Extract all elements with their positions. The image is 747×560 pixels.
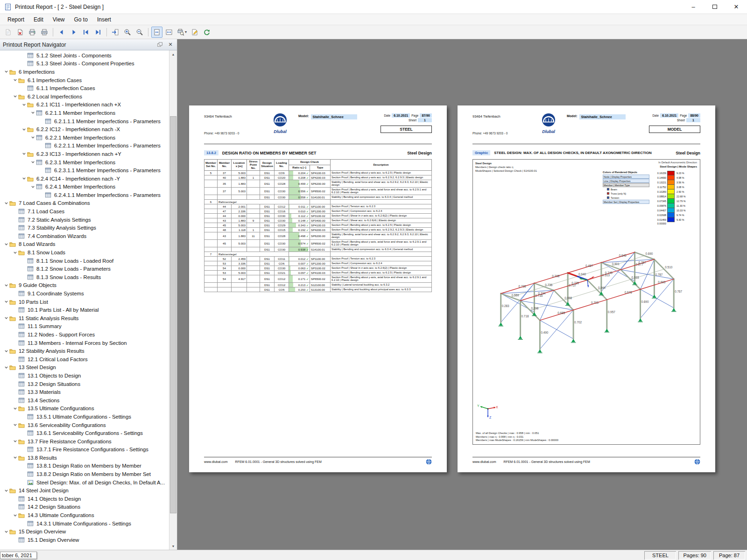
tree-item[interactable]: 5.1.3 Steel Joints - Component Propertie…: [0, 60, 169, 68]
refresh-report-button[interactable]: [201, 27, 212, 38]
tree-item[interactable]: 15.1 Design Overview: [0, 536, 169, 544]
tree-expand-chevron-icon[interactable]: [29, 185, 36, 189]
tree-expand-chevron-icon[interactable]: [3, 365, 9, 370]
tree-item[interactable]: 7 Load Cases & Combinations: [0, 199, 169, 208]
tree-item[interactable]: 8.1.2 Snow Loads - Parameters: [0, 265, 169, 273]
tree-item[interactable]: 7.2 Static Analysis Settings: [0, 216, 169, 224]
tree-expand-chevron-icon[interactable]: [3, 283, 9, 287]
float-panel-icon[interactable]: [156, 41, 163, 49]
tree-item[interactable]: 6.1 Imperfection Cases: [0, 76, 169, 84]
tree-expand-chevron-icon[interactable]: [21, 176, 27, 181]
tree-item[interactable]: 11.1 Summary: [0, 322, 169, 331]
tree-item[interactable]: 13.8.2 Design Ratio on Members by Member…: [0, 470, 169, 478]
print-preview-button[interactable]: ▾: [176, 27, 188, 38]
tree-item[interactable]: 6.2.1.1 Member Imperfections: [0, 109, 169, 117]
tree-expand-chevron-icon[interactable]: [3, 300, 9, 304]
fit-width-button[interactable]: [163, 27, 175, 38]
menu-report[interactable]: Report: [3, 15, 29, 24]
tree-item[interactable]: 13.7 Fire Resistance Configurations: [0, 437, 169, 446]
menu-go-to[interactable]: Go to: [70, 15, 92, 24]
tree-item[interactable]: 13.5 Ultimate Configurations: [0, 405, 169, 413]
tree-item[interactable]: 6.2.4.1.1 Member Imperfections - Paramet…: [0, 191, 169, 199]
tree-expand-chevron-icon[interactable]: [12, 406, 18, 411]
tree-item[interactable]: 13.6.1 Serviceability Configurations - S…: [0, 429, 169, 437]
tree-item[interactable]: 14.3.1 Ultimate Configurations - Setting…: [0, 519, 169, 528]
tree-expand-chevron-icon[interactable]: [29, 111, 36, 115]
tree-expand-chevron-icon[interactable]: [3, 70, 9, 74]
tree-expand-chevron-icon[interactable]: [12, 439, 18, 443]
tree-item[interactable]: 5.1.2 Steel Joints - Components: [0, 51, 169, 60]
tree-item[interactable]: 12 Stability Analysis Results: [0, 347, 169, 355]
tree-item[interactable]: 11.3 Members - Internal Forces by Sectio…: [0, 339, 169, 347]
tree-item[interactable]: 6.2.1.1.1 Member Imperfections - Paramet…: [0, 117, 169, 126]
tree-item[interactable]: 6.2.4 IC14 - Imperfektionen nach -Y: [0, 175, 169, 183]
tree-item[interactable]: 14.3 Ultimate Configurations: [0, 511, 169, 519]
tree-expand-chevron-icon[interactable]: [12, 251, 18, 255]
zoom-in-button[interactable]: [122, 27, 133, 38]
tree-item[interactable]: 13.5.1 Ultimate Configurations - Setting…: [0, 413, 169, 421]
delete-report-button[interactable]: [14, 27, 26, 38]
go-to-page-button[interactable]: [110, 27, 121, 38]
scroll-down-arrow[interactable]: ▼: [169, 542, 177, 550]
menu-insert[interactable]: Insert: [92, 15, 116, 24]
tree-expand-chevron-icon[interactable]: [3, 316, 9, 320]
tree-item[interactable]: 6 Imperfections: [0, 68, 169, 76]
tree-expand-chevron-icon[interactable]: [29, 160, 36, 164]
tree-expand-chevron-icon[interactable]: [12, 455, 18, 460]
tree-item[interactable]: 7.4 Combination Wizards: [0, 232, 169, 240]
tree-item[interactable]: 14.1 Objects to Design: [0, 495, 169, 503]
tree-item[interactable]: 9.1 Coordinate Systems: [0, 289, 169, 298]
tree-item[interactable]: 11.2 Nodes - Support Forces: [0, 330, 169, 339]
tree-item[interactable]: 8.1.3 Snow Loads - Results: [0, 273, 169, 281]
tree-expand-chevron-icon[interactable]: [3, 530, 9, 534]
print-button[interactable]: [27, 27, 38, 38]
tree-expand-chevron-icon[interactable]: [12, 94, 18, 98]
tree-item[interactable]: 13 Steel Design: [0, 364, 169, 372]
navigator-scrollbar[interactable]: ▲ ▼: [169, 50, 177, 550]
print-current-page-button[interactable]: [39, 27, 50, 38]
tree-item[interactable]: 8.1 Snow Loads: [0, 248, 169, 257]
scrollbar-track[interactable]: [169, 58, 177, 542]
tree-item[interactable]: 6.2.1 IC11 - Imperfektionen nach +X: [0, 101, 169, 109]
tree-expand-chevron-icon[interactable]: [21, 103, 27, 107]
tree-expand-chevron-icon[interactable]: [3, 242, 9, 246]
report-preview-area[interactable]: 93464 Tiefenbach Phone: +49 9673 9203 - …: [177, 39, 747, 550]
tree-item[interactable]: 13.8 Results: [0, 454, 169, 462]
tree-item[interactable]: 15 Design Overview: [0, 527, 169, 536]
tree-item[interactable]: 13.4 Sections: [0, 396, 169, 405]
tree-expand-chevron-icon[interactable]: [3, 201, 9, 205]
tree-item[interactable]: 9 Guide Objects: [0, 281, 169, 290]
tree-expand-chevron-icon[interactable]: [3, 349, 9, 353]
fit-page-button[interactable]: [151, 27, 162, 38]
tree-item[interactable]: 6.2.2.1.1 Member Imperfections - Paramet…: [0, 142, 169, 150]
menu-view[interactable]: View: [48, 15, 70, 24]
tree-item[interactable]: 12.1 Critical Load Factors: [0, 355, 169, 364]
report-settings-button[interactable]: [189, 27, 200, 38]
tree-item[interactable]: 7.1 Load Cases: [0, 207, 169, 216]
tree-item[interactable]: 6.2.3.1.1 Member Imperfections - Paramet…: [0, 166, 169, 175]
scroll-up-arrow[interactable]: ▲: [169, 50, 177, 58]
tree-item[interactable]: 8.1.1 Snow Loads - Loaded Roof: [0, 257, 169, 265]
tree-item[interactable]: 11 Static Analysis Results: [0, 314, 169, 322]
tree-item[interactable]: 7.3 Stability Analysis Settings: [0, 224, 169, 232]
zoom-out-button[interactable]: [134, 27, 145, 38]
previous-page-button[interactable]: [56, 27, 67, 38]
minimize-button[interactable]: –: [683, 0, 704, 14]
tree-item[interactable]: 6.2.2 IC12 - Imperfektionen nach -X: [0, 125, 169, 133]
tree-item[interactable]: 8 Load Wizards: [0, 240, 169, 249]
new-report-button[interactable]: [2, 27, 14, 38]
tree-item[interactable]: 10.1 Parts List - All by Material: [0, 306, 169, 314]
tree-item[interactable]: 13.1 Objects to Design: [0, 371, 169, 380]
tree-item[interactable]: 10 Parts List: [0, 298, 169, 306]
menu-edit[interactable]: Edit: [29, 15, 48, 24]
maximize-button[interactable]: [704, 0, 726, 14]
tree-item[interactable]: 6.1.1 Imperfection Cases: [0, 84, 169, 92]
tree-item[interactable]: 14 Steel Joint Design: [0, 486, 169, 495]
tree-item[interactable]: 13.6 Serviceability Configurations: [0, 421, 169, 429]
scrollbar-thumb[interactable]: [170, 116, 176, 513]
report-page-87[interactable]: 93464 Tiefenbach Phone: +49 9673 9203 - …: [189, 105, 447, 472]
close-panel-icon[interactable]: ✕: [167, 41, 174, 49]
tree-item[interactable]: 6.2.2.1 Member Imperfections: [0, 133, 169, 142]
first-page-button[interactable]: [80, 27, 92, 38]
tree-item[interactable]: 6.2.4.1 Member Imperfections: [0, 183, 169, 191]
